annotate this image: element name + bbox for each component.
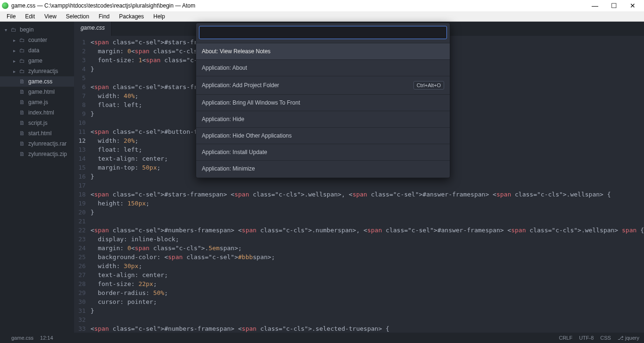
chevron-right-icon: ▸	[13, 58, 17, 64]
tree-label: script.js	[28, 120, 48, 126]
tree-folder[interactable]: ▸ 🗀 zylunreactjs	[0, 66, 74, 76]
command-label: Application: Hide Other Applications	[202, 132, 292, 139]
command-palette-item[interactable]: Application: Bring All Windows To Front	[196, 94, 450, 111]
tree-root-label: begin	[20, 26, 33, 33]
tree-file[interactable]: 🗎 zylunreactjs.zip	[0, 149, 74, 159]
file-icon: 🗎	[19, 78, 25, 85]
tree-file[interactable]: 🗎 game.js	[0, 97, 74, 107]
tree-label: game.html	[28, 89, 55, 95]
tree-label: start.html	[28, 130, 51, 137]
command-palette-item[interactable]: Application: Hide	[196, 111, 450, 127]
command-palette-item[interactable]: Application: Hide Other Applications	[196, 127, 450, 144]
chevron-right-icon: ▸	[13, 48, 17, 53]
branch-name: jquery	[625, 335, 639, 341]
tab-active[interactable]: game.css	[74, 22, 112, 36]
folder-icon: 🗀	[10, 26, 17, 33]
file-icon: 🗎	[19, 130, 25, 137]
command-palette-item[interactable]: Application: Install Update	[196, 144, 450, 160]
command-label: Application: Minimize	[202, 165, 255, 172]
status-eol[interactable]: CRLF	[559, 335, 572, 341]
status-branch[interactable]: ⎇ jquery	[618, 335, 639, 341]
tree-folder[interactable]: ▸ 🗀 data	[0, 45, 74, 56]
menu-selection[interactable]: Selection	[61, 12, 94, 21]
file-icon: 🗎	[19, 89, 25, 95]
menu-file[interactable]: File	[2, 12, 20, 21]
tree-file[interactable]: 🗎 game.css	[0, 76, 74, 87]
file-icon: 🗎	[19, 109, 25, 116]
tree-label: game.css	[28, 78, 52, 85]
tree-label: game.js	[28, 99, 48, 106]
command-palette-input-wrap	[196, 23, 450, 43]
menubar: File Edit View Selection Find Packages H…	[0, 11, 644, 22]
command-palette-item[interactable]: Application: About	[196, 59, 450, 76]
folder-icon: 🗀	[19, 57, 25, 64]
folder-icon: 🗀	[19, 37, 25, 43]
tree-file[interactable]: 🗎 script.js	[0, 118, 74, 128]
tree-folder[interactable]: ▸ 🗀 counter	[0, 35, 74, 45]
chevron-right-icon: ▸	[13, 38, 17, 43]
tree-label: data	[28, 47, 39, 54]
menu-view[interactable]: View	[40, 12, 61, 21]
command-palette-input[interactable]	[199, 26, 447, 39]
tree-label: zylunreactjs.zip	[28, 151, 67, 157]
menu-packages[interactable]: Packages	[115, 12, 149, 21]
menu-find[interactable]: Find	[94, 12, 114, 21]
chevron-right-icon: ▸	[13, 69, 17, 74]
maximize-button[interactable]: ☐	[604, 0, 623, 11]
menu-edit[interactable]: Edit	[20, 12, 40, 21]
tree-file[interactable]: 🗎 game.html	[0, 87, 74, 97]
command-palette: About: View Release NotesApplication: Ab…	[196, 23, 450, 178]
tree-label: index.html	[28, 109, 54, 116]
command-palette-item[interactable]: Application: Add Project FolderCtrl+Alt+…	[196, 76, 450, 94]
status-file[interactable]: game.css	[11, 335, 33, 341]
file-icon: 🗎	[19, 120, 25, 126]
menu-help[interactable]: Help	[149, 12, 170, 21]
tree-label: zylunreactjs	[28, 68, 58, 74]
command-palette-item[interactable]: About: View Release Notes	[196, 43, 450, 59]
status-encoding[interactable]: UTF-8	[579, 335, 594, 341]
tree-root[interactable]: ▾ 🗀 begin	[0, 24, 74, 35]
file-icon: 🗎	[19, 151, 25, 157]
command-label: Application: Install Update	[202, 149, 267, 155]
statusbar: game.css 12:14 CRLF UTF-8 CSS ⎇ jquery	[0, 333, 644, 343]
tree-file[interactable]: 🗎 start.html	[0, 128, 74, 139]
status-cursor[interactable]: 12:14	[40, 335, 53, 341]
command-palette-item[interactable]: Application: Minimize	[196, 160, 450, 177]
status-language[interactable]: CSS	[600, 335, 611, 341]
window-title: game.css — C:\xampp\htdocs\testcodes\rea…	[11, 2, 586, 9]
tree-label: counter	[28, 37, 47, 43]
command-palette-list: About: View Release NotesApplication: Ab…	[196, 43, 450, 177]
keybinding: Ctrl+Alt+O	[413, 81, 444, 90]
command-label: Application: About	[202, 65, 247, 71]
command-label: About: View Release Notes	[202, 48, 271, 55]
tree-view[interactable]: ▾ 🗀 begin ▸ 🗀 counter ▸ 🗀 data ▸ 🗀 game …	[0, 22, 74, 333]
command-label: Application: Bring All Windows To Front	[202, 99, 300, 106]
folder-icon: 🗀	[19, 47, 25, 54]
close-button[interactable]: ✕	[623, 0, 642, 11]
chevron-down-icon: ▾	[5, 27, 8, 33]
tree-file[interactable]: 🗎 zylunreactjs.rar	[0, 139, 74, 149]
window-controls: — ☐ ✕	[586, 0, 642, 11]
titlebar: game.css — C:\xampp\htdocs\testcodes\rea…	[0, 0, 644, 11]
folder-icon: 🗀	[19, 68, 25, 74]
file-icon: 🗎	[19, 140, 25, 147]
git-branch-icon: ⎇	[618, 335, 624, 341]
tree-folder[interactable]: ▸ 🗀 game	[0, 56, 74, 66]
command-label: Application: Add Project Folder	[202, 82, 279, 89]
tree-label: zylunreactjs.rar	[28, 140, 66, 147]
gutter: 1234567891011121314151617181920212223242…	[74, 38, 91, 333]
command-label: Application: Hide	[202, 116, 244, 122]
file-icon: 🗎	[19, 99, 25, 106]
tree-label: game	[28, 57, 42, 64]
tree-file[interactable]: 🗎 index.html	[0, 107, 74, 118]
minimize-button[interactable]: —	[586, 0, 604, 11]
atom-icon	[2, 2, 8, 9]
